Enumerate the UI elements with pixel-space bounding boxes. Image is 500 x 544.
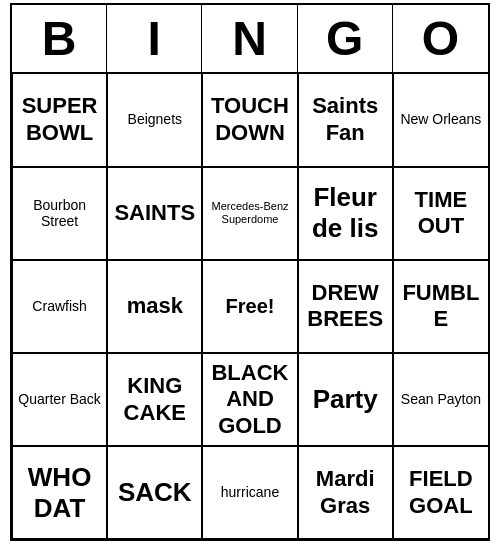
- bingo-cell-12: Free!: [202, 260, 297, 353]
- bingo-grid: SUPER BOWLBeignetsTOUCH DOWNSaints FanNe…: [12, 74, 488, 540]
- bingo-cell-11: mask: [107, 260, 202, 353]
- bingo-cell-23: Mardi Gras: [298, 446, 393, 539]
- bingo-cell-9: TIME OUT: [393, 167, 488, 260]
- bingo-cell-13: DREW BREES: [298, 260, 393, 353]
- bingo-letter-b: B: [12, 5, 107, 72]
- bingo-cell-4: New Orleans: [393, 74, 488, 167]
- bingo-header: BINGO: [12, 5, 488, 74]
- bingo-letter-n: N: [202, 5, 297, 72]
- bingo-cell-8: Fleur de lis: [298, 167, 393, 260]
- bingo-cell-6: SAINTS: [107, 167, 202, 260]
- bingo-cell-19: Sean Payton: [393, 353, 488, 446]
- bingo-cell-1: Beignets: [107, 74, 202, 167]
- bingo-cell-2: TOUCH DOWN: [202, 74, 297, 167]
- bingo-cell-21: SACK: [107, 446, 202, 539]
- bingo-cell-18: Party: [298, 353, 393, 446]
- bingo-cell-3: Saints Fan: [298, 74, 393, 167]
- bingo-cell-10: Crawfish: [12, 260, 107, 353]
- bingo-letter-g: G: [298, 5, 393, 72]
- bingo-cell-15: Quarter Back: [12, 353, 107, 446]
- bingo-cell-17: BLACK AND GOLD: [202, 353, 297, 446]
- bingo-card: BINGO SUPER BOWLBeignetsTOUCH DOWNSaints…: [10, 3, 490, 542]
- bingo-cell-24: FIELD GOAL: [393, 446, 488, 539]
- bingo-cell-7: Mercedes-Benz Superdome: [202, 167, 297, 260]
- bingo-cell-16: KING CAKE: [107, 353, 202, 446]
- bingo-cell-22: hurricane: [202, 446, 297, 539]
- bingo-letter-o: O: [393, 5, 488, 72]
- bingo-cell-20: WHO DAT: [12, 446, 107, 539]
- bingo-cell-14: FUMBLE: [393, 260, 488, 353]
- bingo-cell-5: Bourbon Street: [12, 167, 107, 260]
- bingo-letter-i: I: [107, 5, 202, 72]
- bingo-cell-0: SUPER BOWL: [12, 74, 107, 167]
